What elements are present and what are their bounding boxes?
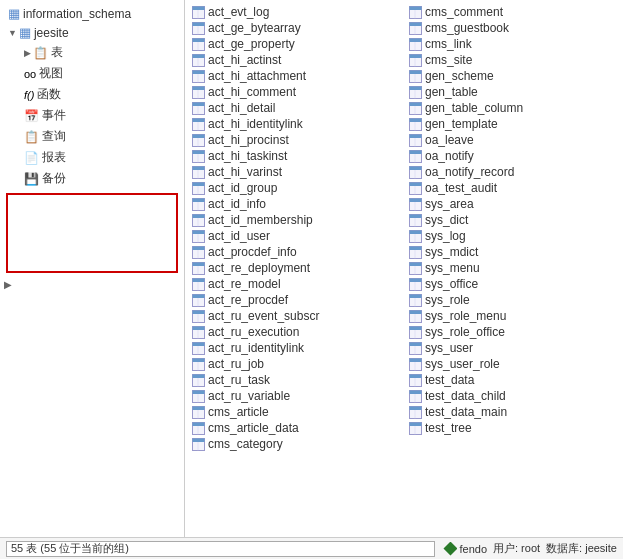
table-icon bbox=[408, 197, 422, 211]
sidebar-item-events[interactable]: 📅 事件 bbox=[0, 105, 184, 126]
table-row[interactable]: sys_area bbox=[404, 196, 621, 212]
table-row[interactable]: act_ge_property bbox=[187, 36, 404, 52]
table-row[interactable]: act_hi_identitylink bbox=[187, 116, 404, 132]
table-row[interactable]: oa_leave bbox=[404, 132, 621, 148]
table-row[interactable]: act_re_model bbox=[187, 276, 404, 292]
table-row[interactable]: act_id_user bbox=[187, 228, 404, 244]
table-icon bbox=[408, 277, 422, 291]
table-name: act_hi_taskinst bbox=[208, 149, 287, 163]
table-row[interactable]: act_hi_varinst bbox=[187, 164, 404, 180]
svg-rect-253 bbox=[409, 134, 421, 138]
sidebar-item-functions[interactable]: f() 函数 bbox=[0, 84, 184, 105]
table-name: act_id_group bbox=[208, 181, 277, 195]
table-row[interactable]: sys_user_role bbox=[404, 356, 621, 372]
table-row[interactable]: test_data bbox=[404, 372, 621, 388]
table-row[interactable]: cms_site bbox=[404, 52, 621, 68]
table-icon bbox=[191, 373, 205, 387]
table-row[interactable]: act_hi_procinst bbox=[187, 132, 404, 148]
sidebar-item-queries[interactable]: 📋 查询 bbox=[0, 126, 184, 147]
table-row[interactable]: oa_test_audit bbox=[404, 180, 621, 196]
svg-rect-64 bbox=[192, 150, 204, 154]
status-count-text: 55 表 (55 位于当前的组) bbox=[11, 541, 129, 556]
table-row[interactable]: act_procdef_info bbox=[187, 244, 404, 260]
table-icon bbox=[191, 5, 205, 19]
table-row[interactable]: sys_mdict bbox=[404, 244, 621, 260]
svg-rect-8 bbox=[192, 22, 204, 26]
table-name: cms_link bbox=[425, 37, 472, 51]
table-icon bbox=[191, 421, 205, 435]
sidebar-item-jeesite[interactable]: ▼ ▦ jeesite bbox=[0, 23, 184, 42]
table-row[interactable]: act_re_procdef bbox=[187, 292, 404, 308]
svg-rect-302 bbox=[409, 246, 421, 250]
table-row[interactable]: oa_notify bbox=[404, 148, 621, 164]
table-name: cms_comment bbox=[425, 5, 503, 19]
table-row[interactable]: cms_article_data bbox=[187, 420, 404, 436]
table-row[interactable]: cms_comment bbox=[404, 4, 621, 20]
table-row[interactable]: act_hi_attachment bbox=[187, 68, 404, 84]
sidebar-item-information-schema[interactable]: ▦ information_schema bbox=[0, 4, 184, 23]
table-row[interactable]: act_ru_identitylink bbox=[187, 340, 404, 356]
table-icon bbox=[191, 21, 205, 35]
table-row[interactable]: act_hi_taskinst bbox=[187, 148, 404, 164]
table-name: sys_role bbox=[425, 293, 470, 307]
table-icon bbox=[408, 421, 422, 435]
table-row[interactable]: gen_scheme bbox=[404, 68, 621, 84]
table-row[interactable]: test_data_child bbox=[404, 388, 621, 404]
table-row[interactable]: act_re_deployment bbox=[187, 260, 404, 276]
table-row[interactable]: sys_log bbox=[404, 228, 621, 244]
table-name: act_re_procdef bbox=[208, 293, 288, 307]
table-row[interactable]: act_id_group bbox=[187, 180, 404, 196]
table-row[interactable]: sys_office bbox=[404, 276, 621, 292]
table-row[interactable]: sys_user bbox=[404, 340, 621, 356]
table-name: act_ru_event_subscr bbox=[208, 309, 319, 323]
table-row[interactable]: act_ru_task bbox=[187, 372, 404, 388]
sidebar-item-tables[interactable]: ▶ 📋 表 bbox=[0, 42, 184, 63]
fendo-icon bbox=[443, 542, 457, 556]
table-icon bbox=[408, 133, 422, 147]
table-row[interactable]: cms_article bbox=[187, 404, 404, 420]
sidebar-item-views[interactable]: oo 视图 bbox=[0, 63, 184, 84]
table-row[interactable]: act_hi_detail bbox=[187, 100, 404, 116]
table-row[interactable]: sys_dict bbox=[404, 212, 621, 228]
svg-rect-134 bbox=[192, 310, 204, 314]
table-name: gen_table bbox=[425, 85, 478, 99]
table-row[interactable]: sys_menu bbox=[404, 260, 621, 276]
table-row[interactable]: act_ru_variable bbox=[187, 388, 404, 404]
table-row[interactable]: act_id_info bbox=[187, 196, 404, 212]
table-name: sys_dict bbox=[425, 213, 468, 227]
sidebar-item-backup[interactable]: 💾 备份 bbox=[0, 168, 184, 189]
svg-rect-274 bbox=[409, 182, 421, 186]
table-name: act_id_user bbox=[208, 229, 270, 243]
table-row[interactable]: test_tree bbox=[404, 420, 621, 436]
table-row[interactable]: test_data_main bbox=[404, 404, 621, 420]
table-row[interactable]: sys_role_menu bbox=[404, 308, 621, 324]
table-row[interactable]: act_ru_job bbox=[187, 356, 404, 372]
table-icon bbox=[408, 5, 422, 19]
sidebar-tree[interactable]: ▦ information_schema ▼ ▦ jeesite ▶ 📋 表 o… bbox=[0, 0, 184, 537]
table-row[interactable]: act_id_membership bbox=[187, 212, 404, 228]
table-row[interactable]: act_hi_comment bbox=[187, 84, 404, 100]
table-row[interactable]: act_hi_actinst bbox=[187, 52, 404, 68]
sidebar-arrow[interactable]: ▶ bbox=[0, 277, 184, 292]
table-row[interactable]: cms_link bbox=[404, 36, 621, 52]
table-row[interactable]: cms_category bbox=[187, 436, 404, 452]
table-icon bbox=[191, 293, 205, 307]
table-row[interactable]: act_ru_execution bbox=[187, 324, 404, 340]
table-row[interactable]: gen_table bbox=[404, 84, 621, 100]
svg-rect-351 bbox=[409, 358, 421, 362]
table-row[interactable]: act_evt_log bbox=[187, 4, 404, 20]
table-row[interactable]: gen_template bbox=[404, 116, 621, 132]
svg-rect-379 bbox=[409, 422, 421, 426]
table-row[interactable]: act_ge_bytearray bbox=[187, 20, 404, 36]
table-row[interactable]: sys_role bbox=[404, 292, 621, 308]
table-row[interactable]: sys_role_office bbox=[404, 324, 621, 340]
table-name: act_id_membership bbox=[208, 213, 313, 227]
sidebar-item-reports[interactable]: 📄 报表 bbox=[0, 147, 184, 168]
table-icon bbox=[191, 85, 205, 99]
table-row[interactable]: oa_notify_record bbox=[404, 164, 621, 180]
sidebar-item-label: jeesite bbox=[34, 26, 69, 40]
table-row[interactable]: cms_guestbook bbox=[404, 20, 621, 36]
table-row[interactable]: gen_table_column bbox=[404, 100, 621, 116]
table-name: act_hi_identitylink bbox=[208, 117, 303, 131]
table-row[interactable]: act_ru_event_subscr bbox=[187, 308, 404, 324]
